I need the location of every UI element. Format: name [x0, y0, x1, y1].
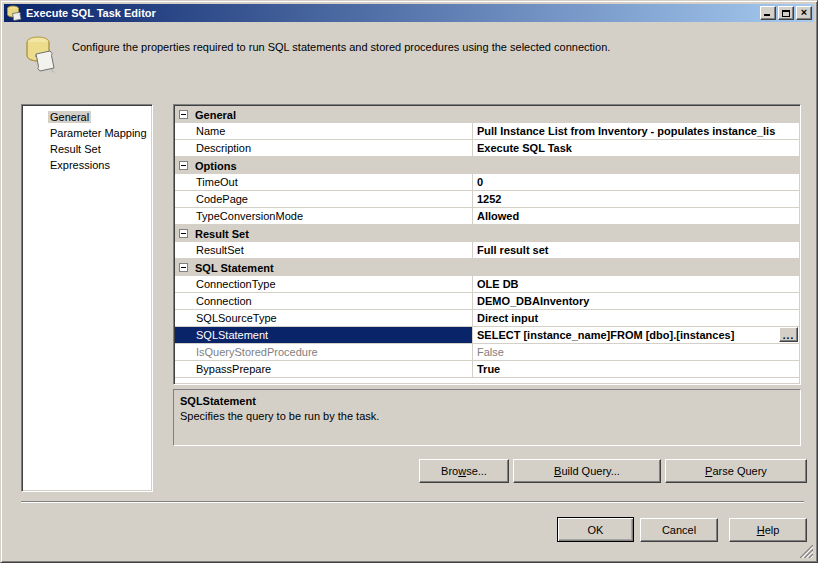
property-value-cell[interactable]: 0	[473, 174, 799, 191]
property-value-cell[interactable]: DEMO_DBAInventory	[473, 293, 799, 310]
banner-description: Configure the properties required to run…	[72, 41, 792, 53]
property-value-cell[interactable]: Allowed	[473, 208, 799, 225]
property-value-cell[interactable]: SELECT [instance_name]FROM [dbo].[instan…	[473, 327, 799, 344]
property-row-resultset[interactable]: ResultSet Full result set	[175, 242, 799, 259]
property-row-typeconversionmode[interactable]: TypeConversionMode Allowed	[175, 208, 799, 225]
property-value-cell[interactable]: Execute SQL Task	[473, 140, 799, 157]
property-value-cell[interactable]: 1252	[473, 191, 799, 208]
resize-grip[interactable]	[800, 545, 813, 558]
property-name-cell: BypassPrepare	[175, 361, 473, 378]
minus-glyph	[181, 267, 186, 268]
property-value-cell[interactable]: Pull Instance List from Inventory - popu…	[473, 123, 799, 140]
property-name-cell: Name	[175, 123, 473, 140]
property-name-cell: TimeOut	[175, 174, 473, 191]
property-row-isquerystoredprocedure: IsQueryStoredProcedure False	[175, 344, 799, 361]
property-name-cell: ResultSet	[175, 242, 473, 259]
property-row-description[interactable]: Description Execute SQL Task	[175, 140, 799, 157]
app-icon	[6, 5, 22, 21]
property-row-timeout[interactable]: TimeOut 0	[175, 174, 799, 191]
help-description: Specifies the query to be run by the tas…	[180, 410, 794, 422]
maximize-button[interactable]	[778, 6, 794, 20]
build-query-button[interactable]: Build Query...	[513, 459, 661, 483]
section-sql-statement: SQL Statement	[175, 259, 799, 276]
help-button[interactable]: Help	[729, 518, 807, 542]
page-list: General Parameter Mapping Result Set Exp…	[21, 104, 153, 492]
collapse-icon[interactable]	[179, 161, 188, 170]
section-label: Result Set	[195, 228, 249, 240]
property-grid: General Name Pull Instance List from Inv…	[173, 104, 801, 385]
window-title: Execute SQL Task Editor	[26, 7, 156, 19]
property-name-cell: SQLStatement	[175, 327, 473, 344]
minus-glyph	[181, 165, 186, 166]
nav-item-general[interactable]: General	[22, 109, 152, 125]
property-value-cell[interactable]: Direct input	[473, 310, 799, 327]
property-row-connectiontype[interactable]: ConnectionType OLE DB	[175, 276, 799, 293]
property-name-cell: SQLSourceType	[175, 310, 473, 327]
nav-item-label: General	[48, 111, 91, 123]
close-button[interactable]: ×	[796, 6, 812, 20]
help-title: SQLStatement	[180, 395, 794, 407]
property-value-cell: False	[473, 344, 799, 361]
cancel-button[interactable]: Cancel	[640, 518, 718, 542]
property-value-cell[interactable]: True	[473, 361, 799, 378]
sql-task-icon	[24, 33, 58, 75]
property-row-codepage[interactable]: CodePage 1252	[175, 191, 799, 208]
nav-item-result-set[interactable]: Result Set	[22, 141, 152, 157]
section-result-set: Result Set	[175, 225, 799, 242]
property-name-cell: TypeConversionMode	[175, 208, 473, 225]
collapse-icon[interactable]	[179, 229, 188, 238]
minus-glyph	[181, 233, 186, 234]
property-value-cell[interactable]: OLE DB	[473, 276, 799, 293]
section-label: SQL Statement	[195, 262, 274, 274]
nav-item-label: Expressions	[48, 159, 112, 171]
minus-glyph	[181, 114, 186, 115]
section-label: General	[195, 109, 236, 121]
collapse-icon[interactable]	[179, 110, 188, 119]
nav-item-label: Result Set	[48, 143, 103, 155]
property-name-cell: CodePage	[175, 191, 473, 208]
nav-item-label: Parameter Mapping	[48, 127, 149, 139]
section-general: General	[175, 106, 799, 123]
ellipsis-button[interactable]: ...	[779, 327, 798, 342]
property-row-connection[interactable]: Connection DEMO_DBAInventory	[175, 293, 799, 310]
minimize-icon	[764, 14, 770, 16]
nav-item-expressions[interactable]: Expressions	[22, 157, 152, 173]
browse-button[interactable]: Browse...	[419, 459, 509, 483]
property-name-cell: ConnectionType	[175, 276, 473, 293]
maximize-icon	[782, 10, 790, 17]
execute-sql-task-editor-dialog: Execute SQL Task Editor × Configure the …	[0, 0, 818, 563]
title-bar[interactable]: Execute SQL Task Editor ×	[4, 4, 814, 22]
property-row-name[interactable]: Name Pull Instance List from Inventory -…	[175, 123, 799, 140]
ok-button[interactable]: OK	[557, 517, 634, 542]
minimize-button[interactable]	[760, 6, 776, 20]
property-name-cell: Description	[175, 140, 473, 157]
property-row-sqlstatement[interactable]: SQLStatement SELECT [instance_name]FROM …	[175, 327, 799, 344]
section-options: Options	[175, 157, 799, 174]
property-name-cell: Connection	[175, 293, 473, 310]
property-name-cell: IsQueryStoredProcedure	[175, 344, 473, 361]
property-row-bypassprepare[interactable]: BypassPrepare True	[175, 361, 799, 378]
property-help-panel: SQLStatement Specifies the query to be r…	[173, 389, 801, 446]
property-row-sqlsourcetype[interactable]: SQLSourceType Direct input	[175, 310, 799, 327]
parse-query-button[interactable]: Parse Query	[665, 459, 807, 483]
separator-line	[21, 501, 804, 503]
nav-item-parameter-mapping[interactable]: Parameter Mapping	[22, 125, 152, 141]
section-label: Options	[195, 160, 237, 172]
property-value-cell[interactable]: Full result set	[473, 242, 799, 259]
close-icon: ×	[801, 7, 807, 18]
collapse-icon[interactable]	[179, 263, 188, 272]
